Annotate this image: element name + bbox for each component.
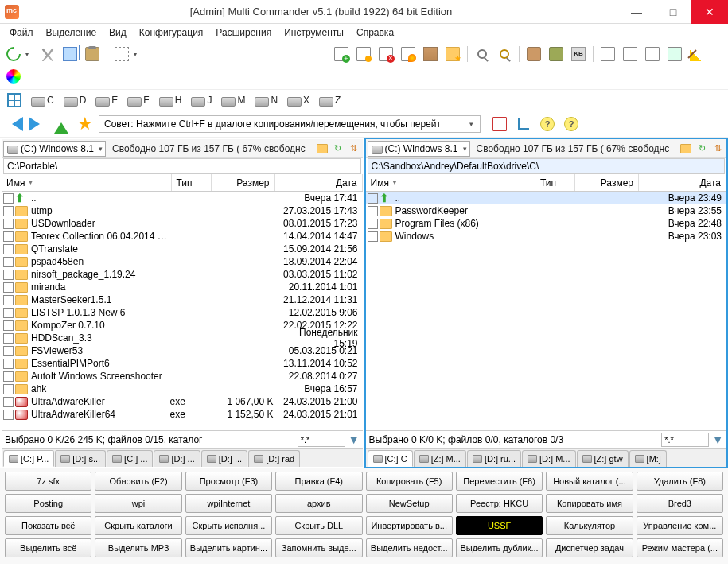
file-row[interactable]: UltraAdwareKiller64exe1 152,50 K24.03.20…	[2, 408, 363, 421]
delete-file-button[interactable]	[376, 44, 396, 64]
function-button[interactable]: Копировать имя	[546, 494, 633, 513]
tree-panel-button[interactable]: ⇅	[347, 142, 361, 156]
advanced-search-button[interactable]	[494, 44, 515, 64]
path-bar[interactable]: C:\Sandbox\Andrey\DefaultBox\drive\C\	[368, 158, 726, 174]
function-button[interactable]: Просмотр (F3)	[185, 472, 272, 491]
file-row[interactable]: QTranslate15.09.2014 21:56	[2, 243, 363, 255]
wand-button[interactable]	[687, 44, 707, 64]
function-button[interactable]: Скрыть каталоги	[95, 516, 181, 535]
function-button[interactable]: Обновить (F2)	[95, 472, 181, 491]
function-button[interactable]: Bred3	[637, 494, 723, 513]
drive-m[interactable]: M	[217, 92, 249, 108]
favorites-star-button[interactable]: ★	[75, 114, 95, 134]
function-button[interactable]: Управление ком...	[637, 516, 723, 535]
path-bar[interactable]: C:\Portable\	[3, 158, 361, 174]
menu-справка[interactable]: Справка	[350, 25, 400, 40]
minimize-button[interactable]: —	[618, 0, 655, 24]
forward-button[interactable]	[27, 114, 48, 134]
row-checkbox[interactable]	[3, 282, 14, 293]
col-date[interactable]: Дата	[275, 174, 363, 191]
panel-tab[interactable]: [D:] ...	[154, 450, 200, 467]
folder-button[interactable]	[679, 142, 693, 156]
row-checkbox[interactable]	[3, 359, 14, 369]
search-button[interactable]	[472, 44, 492, 64]
col-name[interactable]: Имя▼	[2, 174, 172, 191]
function-button[interactable]: Скрыть DLL	[275, 516, 362, 535]
help2-button[interactable]: ?	[561, 114, 582, 134]
function-button[interactable]: Скрыть исполня...	[185, 516, 272, 535]
file-row[interactable]: AutoIt Windows Screenshooter22.08.2014 0…	[2, 370, 363, 383]
function-button[interactable]: Выделить недост...	[366, 538, 453, 557]
page1-button[interactable]	[598, 44, 618, 64]
panel-tab[interactable]: [D:] rad	[248, 450, 300, 467]
drive-c[interactable]: C	[27, 92, 58, 108]
col-date[interactable]: Дата	[639, 174, 726, 191]
burn-button[interactable]	[398, 44, 419, 64]
row-checkbox[interactable]	[3, 384, 14, 394]
function-button[interactable]: Инвертировать в...	[366, 516, 453, 535]
row-checkbox[interactable]	[3, 397, 14, 407]
refresh-panel-button[interactable]: ↻	[331, 142, 345, 156]
row-checkbox[interactable]	[3, 308, 14, 318]
keyboard-button[interactable]: KB	[568, 44, 589, 64]
page2-button[interactable]	[620, 44, 640, 64]
drive-e[interactable]: E	[91, 92, 122, 108]
function-button[interactable]: Правка (F4)	[275, 472, 362, 491]
menu-вид[interactable]: Вид	[103, 25, 133, 40]
col-size[interactable]: Размер	[212, 174, 275, 191]
row-checkbox[interactable]	[3, 295, 14, 305]
row-checkbox[interactable]	[3, 244, 14, 254]
toggle1-button[interactable]	[489, 114, 510, 134]
row-checkbox[interactable]	[3, 270, 14, 280]
file-row[interactable]: ahkВчера 16:57	[2, 383, 363, 395]
file-row[interactable]: ⬆..Вчера 23:49	[366, 192, 727, 204]
function-button[interactable]: Выделить всё	[5, 538, 91, 557]
function-button[interactable]: Показать всё	[5, 516, 91, 535]
file-row[interactable]: pspad458en18.09.2014 22:04	[2, 255, 363, 268]
panel-tab[interactable]: [C:] C	[368, 450, 413, 467]
drive-h[interactable]: H	[155, 92, 186, 108]
file-row[interactable]: Teorex Collection 06.04.2014 Portabl...1…	[2, 230, 363, 243]
drive-j[interactable]: J	[187, 92, 216, 108]
panel-tab[interactable]: [Z:] M...	[414, 450, 466, 467]
file-row[interactable]: USDownloader08.01.2015 17:23	[2, 217, 363, 230]
file-row[interactable]: UltraAdwareKillerexe1 067,00 K24.03.2015…	[2, 395, 363, 408]
select-button[interactable]	[111, 44, 132, 64]
col-name[interactable]: Имя▼	[366, 174, 536, 191]
function-button[interactable]: Реестр: HKCU	[456, 494, 543, 513]
file-row[interactable]: EssentialPIMPort613.11.2014 10:52	[2, 357, 363, 370]
panel-tab[interactable]: [D:] ...	[201, 450, 247, 467]
file-list[interactable]: ⬆..Вчера 17:41utmp27.03.2015 17:43USDown…	[2, 192, 363, 430]
tool1-button[interactable]	[524, 44, 544, 64]
tool2-button[interactable]	[546, 44, 566, 64]
panel-tab[interactable]: [D:] s...	[55, 450, 106, 467]
drive-selector[interactable]: (C:) Windows 8.1	[368, 141, 470, 157]
drive-f[interactable]: F	[123, 92, 153, 108]
function-button[interactable]: Диспетчер задач	[546, 538, 633, 557]
row-checkbox[interactable]	[3, 333, 14, 344]
panel-tab[interactable]: [Z:] gtw	[577, 450, 629, 467]
drive-x[interactable]: X	[283, 92, 313, 108]
panel-tab[interactable]: [C:] ...	[107, 450, 153, 467]
refresh-panel-button[interactable]: ↻	[695, 142, 709, 156]
function-button[interactable]: Удалить (F8)	[637, 472, 723, 491]
drive-selector[interactable]: (C:) Windows 8.1	[3, 141, 106, 157]
panel-tab[interactable]: [M:]	[629, 450, 667, 467]
function-button[interactable]: Запомнить выде...	[275, 538, 362, 557]
folder-button[interactable]	[315, 142, 329, 156]
file-row[interactable]: ⬆..Вчера 17:41	[2, 192, 363, 204]
file-row[interactable]: HDDScan_3.3Понедельник 15:19	[2, 332, 363, 344]
dropdown-icon[interactable]: ▾	[134, 51, 137, 58]
file-list[interactable]: ⬆..Вчера 23:49PasswordKeeperВчера 23:55P…	[366, 192, 727, 430]
colorwheel-button[interactable]	[3, 66, 24, 87]
maximize-button[interactable]: □	[655, 0, 691, 24]
function-button[interactable]: архив	[275, 494, 362, 513]
refresh-button[interactable]	[3, 44, 24, 64]
function-button[interactable]: wpiInternet	[185, 494, 272, 513]
row-checkbox[interactable]	[3, 371, 14, 382]
col-ext[interactable]: Тип	[535, 174, 575, 191]
file-row[interactable]: LISTSP 1.0.1.3 New 612.02.2015 9:06	[2, 306, 363, 319]
row-checkbox[interactable]	[3, 410, 14, 420]
funnel-icon[interactable]: ▼	[712, 433, 723, 446]
drive-z[interactable]: Z	[315, 92, 345, 108]
